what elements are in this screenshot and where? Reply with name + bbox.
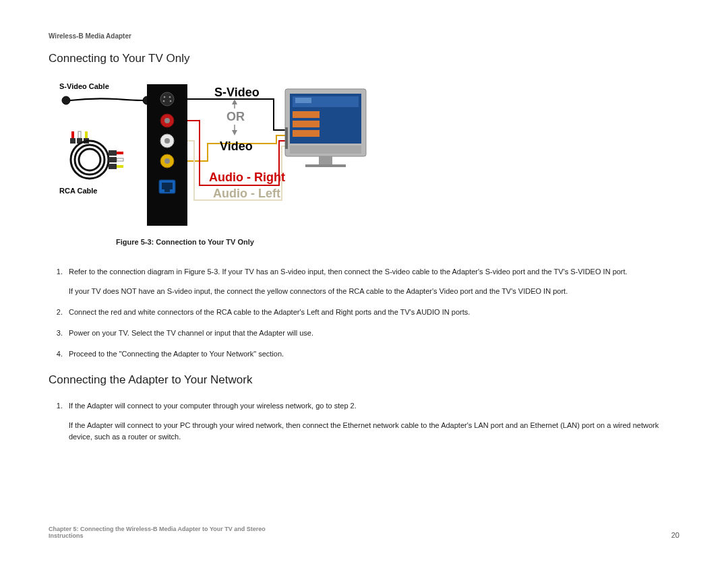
list-text: If your TV does NOT have an S-video inpu… — [69, 286, 679, 297]
svg-rect-5 — [70, 138, 75, 144]
svg-marker-35 — [232, 130, 237, 135]
svg-rect-42 — [293, 130, 320, 137]
rca-cable-icon — [70, 131, 123, 179]
label-svideo-cable: S-Video Cable — [59, 82, 109, 90]
figure-caption: Figure 5-3: Connection to Your TV Only — [116, 238, 679, 246]
tv-icon — [285, 89, 366, 167]
svideo-cable-icon — [62, 96, 151, 104]
svg-rect-4 — [85, 131, 88, 138]
svg-point-10 — [79, 149, 100, 170]
svg-point-18 — [160, 92, 174, 106]
figure-5-3: S-Video Cable — [53, 79, 679, 234]
footer-sub: Instructions — [49, 532, 266, 539]
instruction-list-2: If the Adapter will connect to your comp… — [49, 400, 679, 443]
svg-rect-46 — [285, 127, 288, 149]
svg-rect-43 — [290, 146, 361, 154]
label-svideo: S-Video — [214, 86, 260, 99]
label-rca-cable: RCA Cable — [59, 187, 97, 195]
svg-rect-15 — [109, 157, 117, 162]
page-number: 20 — [671, 531, 679, 539]
svg-point-21 — [163, 100, 165, 102]
svg-rect-2 — [71, 131, 74, 138]
list-text: If the Adapter will connect to your PC t… — [69, 420, 679, 443]
svg-rect-30 — [162, 183, 173, 189]
svg-marker-33 — [232, 99, 237, 104]
svg-point-0 — [62, 96, 70, 104]
adapter-body-icon — [147, 84, 187, 226]
svg-rect-31 — [164, 189, 170, 192]
list-text: Refer to the connection diagram in Figur… — [69, 268, 628, 276]
list-text: If the Adapter will connect to your comp… — [69, 402, 357, 410]
instruction-list-1: Refer to the connection diagram in Figur… — [49, 266, 679, 360]
list-text: Power on your TV. Select the TV channel … — [69, 329, 313, 337]
document-header: Wireless-B Media Adapter — [49, 32, 679, 40]
label-or: OR — [226, 110, 245, 123]
svg-point-22 — [170, 100, 172, 102]
list-item: Refer to the connection diagram in Figur… — [65, 266, 679, 297]
svg-rect-41 — [293, 121, 320, 127]
label-audio-right: Audio - Right — [209, 170, 285, 184]
svg-rect-14 — [109, 150, 117, 156]
svg-rect-44 — [319, 156, 332, 164]
list-item: Connect the red and white connectors of … — [65, 307, 679, 318]
connection-diagram: S-Video Cable — [53, 79, 369, 234]
label-audio-left: Audio - Left — [213, 187, 280, 200]
svg-point-8 — [71, 141, 109, 179]
svg-rect-13 — [117, 165, 123, 168]
svg-point-26 — [164, 138, 170, 144]
svg-rect-12 — [117, 158, 123, 161]
svg-rect-11 — [117, 152, 123, 154]
section-title-connecting-tv: Connecting to Your TV Only — [49, 52, 679, 65]
svg-rect-40 — [293, 111, 320, 118]
list-text: Proceed to the "Connecting the Adapter t… — [69, 350, 284, 358]
footer-chapter: Chapter 5: Connecting the Wireless-B Med… — [49, 526, 266, 532]
svg-point-24 — [164, 118, 170, 123]
label-video: Video — [220, 139, 253, 153]
list-item: Power on your TV. Select the TV channel … — [65, 327, 679, 339]
svg-rect-45 — [305, 164, 346, 167]
svg-rect-3 — [78, 131, 81, 138]
svg-point-20 — [169, 96, 171, 98]
svg-rect-16 — [109, 164, 117, 169]
page-footer: Chapter 5: Connecting the Wireless-B Med… — [49, 526, 679, 539]
list-item: Proceed to the "Connecting the Adapter t… — [65, 348, 679, 360]
list-item: If the Adapter will connect to your comp… — [65, 400, 679, 443]
list-text: Connect the red and white connectors of … — [69, 308, 470, 316]
section-title-connecting-network: Connecting the Adapter to Your Network — [49, 373, 679, 387]
svg-rect-39 — [295, 98, 311, 103]
svg-point-19 — [164, 96, 166, 98]
svg-point-28 — [164, 158, 170, 164]
